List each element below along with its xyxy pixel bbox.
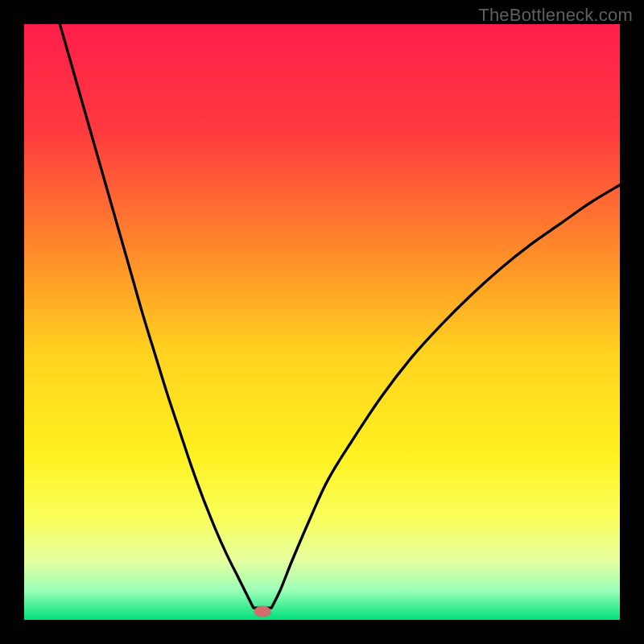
bottleneck-curve — [24, 24, 620, 620]
plot-area — [24, 24, 620, 620]
watermark-text: TheBottleneck.com — [478, 5, 633, 26]
chart-frame: TheBottleneck.com — [0, 0, 644, 644]
selected-point-marker — [254, 605, 271, 617]
